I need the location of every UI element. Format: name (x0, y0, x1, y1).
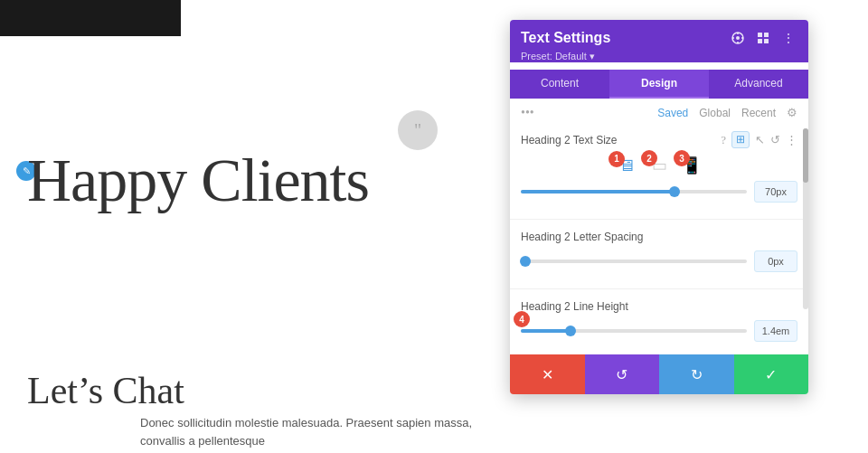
svg-rect-6 (758, 33, 762, 37)
badge-2: 2 (641, 150, 657, 166)
undo-button[interactable]: ↺ (585, 354, 660, 394)
dots-menu[interactable]: ••• (521, 106, 534, 120)
panel-header: Text Settings (510, 20, 808, 62)
quote-icon: " (398, 110, 438, 150)
more-icon[interactable]: ⋮ (786, 133, 797, 147)
action-bar: ✕ ↺ ↻ ✓ (510, 354, 808, 394)
more-options-icon[interactable]: ⋮ (779, 29, 797, 47)
badge-1: 1 (609, 151, 625, 167)
panel-scrollbar[interactable] (803, 128, 808, 309)
panel-title: Text Settings (521, 30, 610, 46)
heading2-text-size-section: Heading 2 Text Size ? ⊞ ↖ ↺ ⋮ 1 🖥 (510, 124, 808, 215)
divider-1 (510, 219, 808, 220)
target-icon[interactable] (729, 29, 747, 47)
panel-body: ••• Saved Global Recent ⚙ Heading 2 Text… (510, 99, 808, 354)
cancel-button[interactable]: ✕ (510, 354, 585, 394)
panel-header-icons: ⋮ (729, 29, 797, 47)
undo-icon[interactable]: ↺ (770, 133, 780, 147)
line-height-slider[interactable] (521, 329, 747, 333)
heading2-text-size-icons: ? ⊞ ↖ ↺ ⋮ (721, 131, 797, 148)
presets-row: ••• Saved Global Recent ⚙ (510, 99, 808, 124)
svg-rect-8 (758, 39, 762, 43)
text-size-slider-row: 70px (521, 181, 797, 203)
tab-content[interactable]: Content (510, 70, 609, 99)
line-height-value[interactable]: 1.4em (754, 320, 797, 342)
redo-button[interactable]: ↻ (659, 354, 734, 394)
global-label: Global (699, 107, 731, 119)
text-size-slider[interactable] (521, 190, 747, 193)
recent-label: Recent (741, 107, 776, 119)
lets-chat-heading: Let’s Chat (27, 369, 184, 412)
cursor-icon[interactable]: ↖ (755, 133, 765, 147)
heading2-letter-spacing-section: Heading 2 Letter Spacing 0px (510, 223, 808, 285)
saved-label: Saved (657, 107, 688, 119)
save-button[interactable]: ✓ (734, 354, 809, 394)
body-text: Donec sollicitudin molestie malesuada. P… (140, 414, 484, 453)
letter-spacing-value[interactable]: 0px (754, 250, 797, 272)
heading2-line-height-section: Heading 2 Line Height 4 1.4em (510, 293, 808, 354)
panel-header-top: Text Settings (521, 29, 797, 47)
svg-rect-7 (764, 33, 769, 37)
badge-4: 4 (514, 311, 530, 327)
letter-spacing-slider-row: 0px (521, 250, 797, 272)
panel-tabs: Content Design Advanced (510, 70, 808, 99)
line-height-slider-row: 4 1.4em (521, 320, 797, 342)
svg-point-1 (736, 36, 740, 40)
heading2-letter-spacing-label-row: Heading 2 Letter Spacing (521, 231, 797, 243)
tab-design[interactable]: Design (609, 70, 709, 99)
badge-3: 3 (674, 150, 690, 166)
help-icon[interactable]: ? (721, 133, 726, 147)
heading2-line-height-label-row: Heading 2 Line Height (521, 300, 797, 313)
heading2-letter-spacing-label: Heading 2 Letter Spacing (521, 231, 797, 243)
gear-icon[interactable]: ⚙ (787, 106, 797, 120)
grid-icon[interactable] (754, 29, 772, 47)
divider-2 (510, 288, 808, 289)
letter-spacing-slider[interactable] (521, 260, 747, 263)
text-settings-panel: Text Settings (510, 20, 808, 394)
text-size-value[interactable]: 70px (754, 181, 797, 203)
svg-rect-9 (764, 39, 769, 43)
happy-clients-heading: Happy Clients (27, 145, 369, 216)
heading2-text-size-label-row: Heading 2 Text Size ? ⊞ ↖ ↺ ⋮ (521, 131, 797, 148)
heading2-text-size-label: Heading 2 Text Size (521, 134, 715, 146)
top-bar-triangle (136, 0, 172, 36)
heading2-line-height-label: Heading 2 Line Height (521, 300, 797, 313)
panel-preset[interactable]: Preset: Default ▾ (521, 51, 797, 62)
desktop-link-icon[interactable]: ⊞ (731, 131, 750, 148)
tab-advanced[interactable]: Advanced (709, 70, 808, 99)
panel-scrollbar-thumb (803, 128, 808, 183)
